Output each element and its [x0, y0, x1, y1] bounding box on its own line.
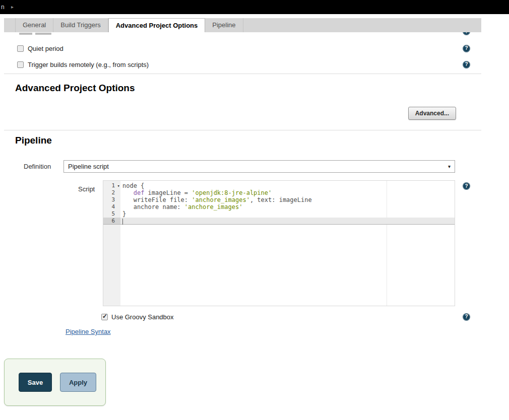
quiet-period-row: Quiet period [17, 44, 470, 52]
script-label: Script [78, 185, 95, 193]
tab-pipeline[interactable]: Pipeline [205, 18, 243, 32]
pipeline-heading: Pipeline [15, 135, 52, 146]
select-caret-icon [448, 164, 451, 169]
code-line-6[interactable] [120, 218, 455, 225]
trigger-remote-label: Trigger builds remotely (e.g., from scri… [28, 61, 149, 68]
gutter-line-1: 1▾ [103, 182, 120, 189]
code-line-3[interactable]: writeFile file: 'anchore_images', text: … [120, 196, 455, 203]
fold-arrow-icon[interactable]: ▾ [117, 182, 120, 189]
trigger-remote-row: Trigger builds remotely (e.g., from scri… [17, 60, 470, 68]
clipped-row [17, 32, 470, 36]
script-help-icon[interactable] [463, 182, 470, 190]
save-button[interactable]: Save [19, 373, 52, 392]
tab-build-triggers[interactable]: Build Triggers [53, 18, 108, 32]
code-line-4[interactable]: anchore name: 'anchore_images' [120, 203, 455, 211]
gutter-line-4: 4 [103, 203, 120, 211]
config-panel: General Build Triggers Advanced Project … [4, 18, 481, 406]
editor-gutter: 1▾23456 [103, 181, 120, 306]
section-divider [4, 130, 481, 130]
advanced-options-heading: Advanced Project Options [15, 83, 135, 94]
definition-select[interactable]: Pipeline script [63, 160, 455, 173]
groovy-sandbox-help-icon[interactable] [463, 313, 470, 321]
pipeline-syntax-link[interactable]: Pipeline Syntax [66, 328, 111, 335]
groovy-sandbox-checkbox[interactable] [101, 314, 108, 320]
gutter-line-3: 3 [103, 196, 120, 203]
breadcrumb-arrow-icon: ▸ [11, 4, 14, 10]
gutter-line-2: 2 [103, 189, 120, 196]
code-line-5[interactable]: } [120, 211, 455, 218]
definition-label: Definition [24, 160, 51, 173]
clipped-help-icon[interactable] [463, 32, 470, 35]
breadcrumb-fragment: n [1, 4, 5, 11]
gutter-line-6: 6 [103, 218, 120, 225]
clipped-text-fragment [19, 33, 51, 35]
definition-select-value: Pipeline script [68, 163, 109, 170]
quiet-period-checkbox[interactable] [17, 45, 24, 52]
editor-code[interactable]: node { def imageLine = 'openjdk:8-jre-al… [120, 181, 455, 306]
pipeline-script-editor[interactable]: 1▾23456 node { def imageLine = 'openjdk:… [103, 180, 455, 306]
advanced-button[interactable]: Advanced... [408, 107, 456, 120]
code-line-1[interactable]: node { [120, 182, 455, 189]
bottom-button-bar: Save Apply [4, 359, 106, 406]
section-divider [4, 74, 481, 74]
quiet-period-label: Quiet period [28, 45, 63, 52]
apply-button[interactable]: Apply [60, 373, 96, 392]
tab-general[interactable]: General [15, 18, 53, 32]
groovy-sandbox-label: Use Groovy Sandbox [111, 313, 174, 321]
trigger-remote-checkbox[interactable] [17, 61, 24, 68]
tab-bar: General Build Triggers Advanced Project … [4, 18, 481, 32]
trigger-remote-help-icon[interactable] [463, 61, 470, 68]
groovy-sandbox-row: Use Groovy Sandbox [101, 312, 470, 321]
tab-advanced-project-options[interactable]: Advanced Project Options [108, 18, 206, 32]
text-cursor [122, 219, 123, 225]
quiet-period-help-icon[interactable] [463, 45, 470, 52]
gutter-line-5: 5 [103, 211, 120, 218]
code-line-2[interactable]: def imageLine = 'openjdk:8-jre-alpine' [120, 189, 455, 196]
top-bar: n ▸ [0, 0, 509, 14]
